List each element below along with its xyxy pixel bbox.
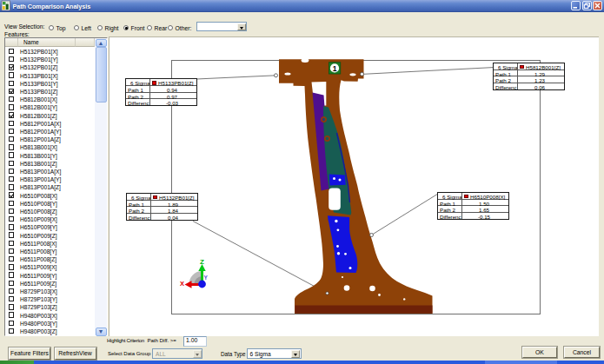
svg-text:X: X xyxy=(180,280,184,288)
svg-text:Z: Z xyxy=(200,258,204,266)
svg-text:1: 1 xyxy=(333,64,337,73)
svg-text:Y: Y xyxy=(204,275,209,281)
